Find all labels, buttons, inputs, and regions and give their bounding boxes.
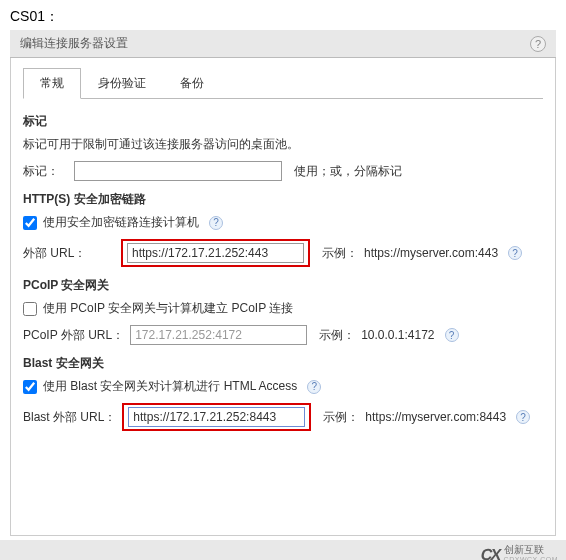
tags-desc: 标记可用于限制可通过该连接服务器访问的桌面池。 bbox=[23, 136, 543, 153]
tab-bar: 常规 身份验证 备份 bbox=[23, 68, 543, 99]
help-icon[interactable]: ? bbox=[508, 246, 522, 260]
blast-hint-url: https://myserver.com:8443 bbox=[365, 410, 506, 424]
dialog-header: 编辑连接服务器设置 ? bbox=[10, 30, 556, 58]
pcoip-hint-url: 10.0.0.1:4172 bbox=[361, 328, 434, 342]
https-hint-url: https://myserver.com:443 bbox=[364, 246, 498, 260]
https-hint-prefix: 示例： bbox=[322, 245, 358, 262]
highlight-box bbox=[122, 403, 311, 431]
help-icon[interactable]: ? bbox=[516, 410, 530, 424]
https-tunnel-checkbox[interactable] bbox=[23, 216, 37, 230]
pcoip-url-label: PCoIP 外部 URL： bbox=[23, 327, 124, 344]
tab-backup[interactable]: 备份 bbox=[163, 68, 221, 99]
blast-cb-label: 使用 Blast 安全网关对计算机进行 HTML Access bbox=[43, 378, 297, 395]
blast-gateway-checkbox[interactable] bbox=[23, 380, 37, 394]
tags-label: 标记： bbox=[23, 163, 68, 180]
tags-hint: 使用；或，分隔标记 bbox=[294, 163, 402, 180]
https-cb-label: 使用安全加密链路连接计算机 bbox=[43, 214, 199, 231]
blast-section-title: Blast 安全网关 bbox=[23, 355, 543, 372]
logo-sub: CDXWCX.COM bbox=[504, 555, 558, 560]
highlight-box bbox=[121, 239, 310, 267]
blast-url-label: Blast 外部 URL： bbox=[23, 409, 116, 426]
help-icon[interactable]: ? bbox=[445, 328, 459, 342]
dialog-title: 编辑连接服务器设置 bbox=[20, 35, 128, 52]
blast-url-input[interactable] bbox=[128, 407, 305, 427]
tags-input[interactable] bbox=[74, 161, 282, 181]
help-icon[interactable]: ? bbox=[530, 36, 546, 52]
dialog-body: 常规 身份验证 备份 标记 标记可用于限制可通过该连接服务器访问的桌面池。 标记… bbox=[10, 58, 556, 536]
tags-section-title: 标记 bbox=[23, 113, 543, 130]
server-label: CS01： bbox=[10, 8, 556, 26]
logo-mark-icon: CX bbox=[480, 546, 501, 560]
https-url-label: 外部 URL： bbox=[23, 245, 115, 262]
help-icon[interactable]: ? bbox=[209, 216, 223, 230]
tab-auth[interactable]: 身份验证 bbox=[81, 68, 163, 99]
logo-company: 创新互联 bbox=[504, 545, 558, 555]
pcoip-cb-label: 使用 PCoIP 安全网关与计算机建立 PCoIP 连接 bbox=[43, 300, 293, 317]
pcoip-hint-prefix: 示例： bbox=[319, 327, 355, 344]
page-footer: CX 创新互联 CDXWCX.COM bbox=[0, 540, 566, 560]
pcoip-section-title: PCoIP 安全网关 bbox=[23, 277, 543, 294]
help-icon[interactable]: ? bbox=[307, 380, 321, 394]
footer-logo: CX 创新互联 CDXWCX.COM bbox=[481, 545, 558, 560]
pcoip-gateway-checkbox[interactable] bbox=[23, 302, 37, 316]
blast-hint-prefix: 示例： bbox=[323, 409, 359, 426]
tab-general[interactable]: 常规 bbox=[23, 68, 81, 99]
https-url-input[interactable] bbox=[127, 243, 304, 263]
pcoip-url-input bbox=[130, 325, 307, 345]
https-section-title: HTTP(S) 安全加密链路 bbox=[23, 191, 543, 208]
